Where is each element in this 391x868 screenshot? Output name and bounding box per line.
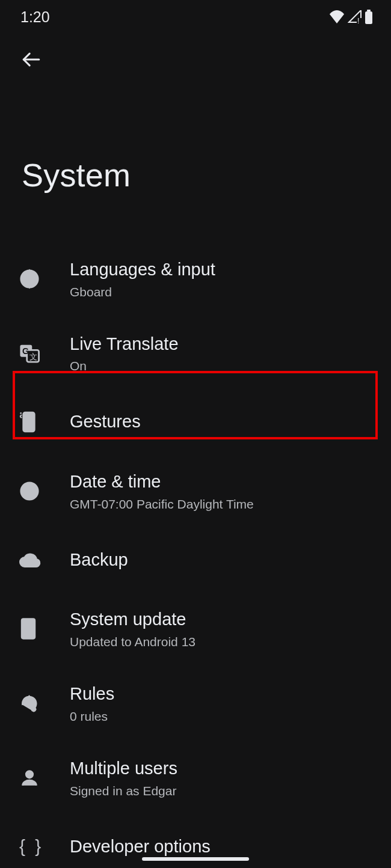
list-item-backup[interactable]: Backup <box>0 528 391 592</box>
item-title: Developer options <box>70 836 372 858</box>
item-title: Gestures <box>70 411 372 433</box>
list-item-gestures[interactable]: Gestures <box>0 390 391 454</box>
item-title: System update <box>70 608 372 631</box>
page-title: System <box>22 156 391 194</box>
svg-rect-2 <box>367 10 371 11</box>
braces-icon: { } <box>19 836 70 857</box>
list-item-translate[interactable]: G文 Live Translate On <box>0 316 391 391</box>
arrow-back-icon <box>21 49 42 72</box>
list-item-languages[interactable]: Languages & input Gboard <box>0 242 391 316</box>
clock-icon <box>19 481 70 501</box>
rules-icon <box>19 693 70 714</box>
list-item-update[interactable]: System update Updated to Android 13 <box>0 591 391 666</box>
svg-point-13 <box>20 412 22 414</box>
wifi-icon <box>328 10 345 23</box>
cloud-upload-icon <box>19 552 70 569</box>
item-title: Backup <box>70 549 372 572</box>
list-item-users[interactable]: Multiple users Signed in as Edgar <box>0 741 391 815</box>
item-title: Rules <box>70 683 372 706</box>
app-bar <box>0 34 391 87</box>
signal-icon: ! <box>348 10 362 23</box>
item-subtitle: GMT-07:00 Pacific Daylight Time <box>70 497 372 512</box>
svg-text:G: G <box>22 346 29 356</box>
item-subtitle: 0 rules <box>70 709 372 724</box>
list-item-datetime[interactable]: Date & time GMT-07:00 Pacific Daylight T… <box>0 454 391 528</box>
system-update-icon <box>19 617 70 640</box>
item-title: Multiple users <box>70 757 372 780</box>
status-icons: ! <box>328 10 373 24</box>
svg-text:!: ! <box>357 17 359 23</box>
item-subtitle: On <box>70 359 372 373</box>
list-item-rules[interactable]: Rules 0 rules <box>0 666 391 741</box>
globe-icon <box>19 269 70 289</box>
back-button[interactable] <box>17 46 46 75</box>
nav-gesture-handle[interactable] <box>142 857 249 861</box>
gestures-icon <box>19 410 70 434</box>
item-title: Languages & input <box>70 258 372 281</box>
person-icon <box>19 768 70 788</box>
svg-text:文: 文 <box>29 352 37 361</box>
item-subtitle: Updated to Android 13 <box>70 635 372 649</box>
item-title: Live Translate <box>70 333 372 356</box>
title-block: System <box>0 87 391 242</box>
status-time: 1:20 <box>20 8 50 26</box>
status-bar: 1:20 ! <box>0 0 391 34</box>
item-title: Date & time <box>70 471 372 494</box>
translate-icon: G文 <box>19 343 70 364</box>
item-subtitle: Signed in as Edgar <box>70 784 372 798</box>
svg-point-21 <box>26 771 32 777</box>
battery-icon <box>365 10 373 24</box>
svg-rect-3 <box>365 11 372 24</box>
item-subtitle: Gboard <box>70 285 372 299</box>
settings-list: Languages & input Gboard G文 Live Transla… <box>0 242 391 868</box>
